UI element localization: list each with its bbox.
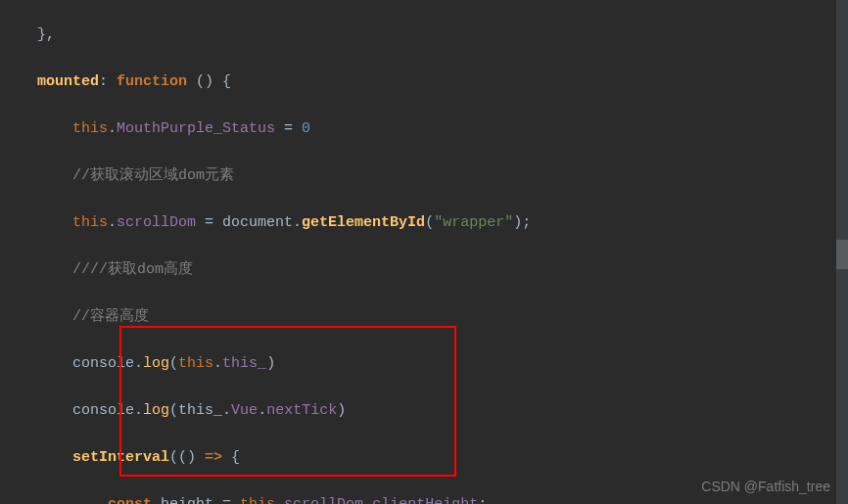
code-editor[interactable]: }, mounted: function () { this.MouthPurp…	[0, 0, 848, 504]
scrollbar[interactable]	[836, 0, 848, 504]
code-line: console.log(this_.Vue.nextTick)	[20, 399, 848, 423]
scrollbar-thumb[interactable]	[836, 240, 848, 269]
code-line: mounted: function () {	[20, 70, 848, 94]
code-line: },	[20, 23, 848, 47]
code-line: //容器高度	[20, 305, 848, 329]
code-line: const height = this.scrollDom.clientHeig…	[20, 493, 848, 504]
code-line: //获取滚动区域dom元素	[20, 164, 848, 188]
code-line: ////获取dom高度	[20, 258, 848, 282]
code-line: this.scrollDom = document.getElementById…	[20, 211, 848, 235]
code-line: this.MouthPurple_Status = 0	[20, 117, 848, 141]
code-line: setInterval(() => {	[20, 446, 848, 470]
code-line: console.log(this.this_)	[20, 352, 848, 376]
